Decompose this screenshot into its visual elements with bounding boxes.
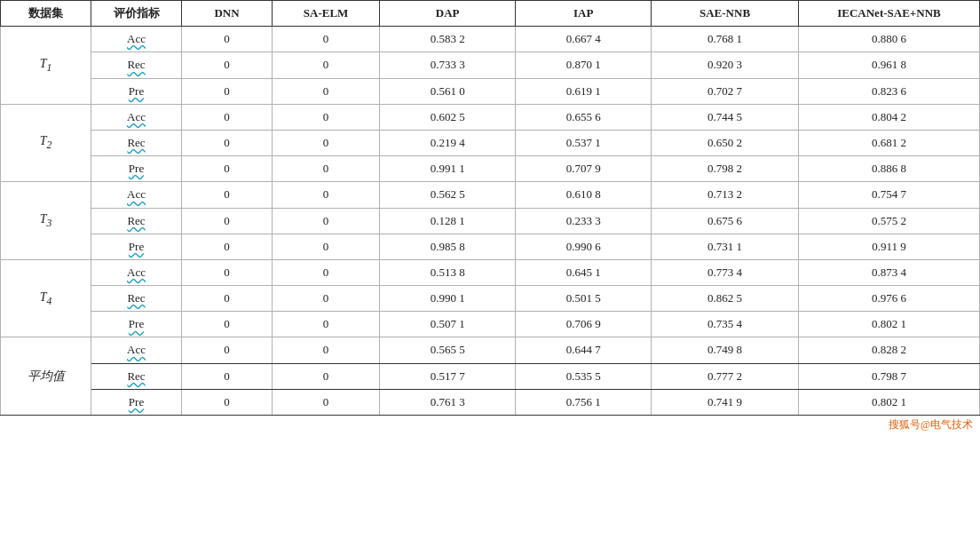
- iap-cell: 0.645 1: [516, 259, 652, 285]
- dnn-cell: 0: [182, 337, 273, 363]
- saennb-cell: 0.862 5: [652, 286, 799, 312]
- saennb-cell: 0.744 5: [652, 104, 799, 130]
- dnn-cell: 0: [182, 312, 273, 337]
- saelm-cell: 0: [273, 286, 380, 312]
- dap-cell: 0.219 4: [380, 130, 516, 155]
- table-row: T1Acc000.583 20.667 40.768 10.880 6: [1, 27, 980, 52]
- saennb-cell: 0.650 2: [652, 130, 799, 155]
- iec-cell: 0.976 6: [798, 286, 979, 312]
- table-row: 平均值Acc000.565 50.644 70.749 80.828 2: [1, 337, 980, 363]
- metric-cell: Pre: [91, 389, 182, 415]
- dnn-cell: 0: [182, 156, 273, 182]
- table-row: Pre000.761 30.756 10.741 90.802 1: [1, 389, 980, 415]
- dap-cell: 0.513 8: [380, 259, 516, 285]
- metric-cell: Pre: [91, 156, 182, 182]
- metric-cell: Rec: [91, 208, 182, 234]
- metric-cell: Acc: [91, 259, 182, 285]
- saelm-cell: 0: [273, 78, 380, 104]
- iap-cell: 0.870 1: [516, 52, 652, 78]
- metric-cell: Rec: [91, 52, 182, 78]
- dap-cell: 0.733 3: [380, 52, 516, 78]
- iec-cell: 0.911 9: [798, 234, 979, 259]
- table-row: T4Acc000.513 80.645 10.773 40.873 4: [1, 259, 980, 285]
- iec-cell: 0.802 1: [798, 389, 979, 415]
- table-row: T3Acc000.562 50.610 80.713 20.754 7: [1, 182, 980, 208]
- header-iap: IAP: [516, 1, 652, 27]
- saelm-cell: 0: [273, 337, 380, 363]
- iec-cell: 0.823 6: [798, 78, 979, 104]
- iap-cell: 0.233 3: [516, 208, 652, 234]
- iec-cell: 0.873 4: [798, 259, 979, 285]
- data-table: 数据集 评价指标 DNN SA-ELM DAP IAP SAE-NNB IECA…: [0, 0, 980, 416]
- dataset-cell: 平均值: [1, 337, 91, 416]
- table-row: T2Acc000.602 50.655 60.744 50.804 2: [1, 104, 980, 130]
- saennb-cell: 0.731 1: [652, 234, 799, 259]
- iec-cell: 0.886 8: [798, 156, 979, 182]
- saelm-cell: 0: [273, 182, 380, 208]
- dap-cell: 0.991 1: [380, 156, 516, 182]
- saelm-cell: 0: [273, 363, 380, 389]
- table-row: Pre000.561 00.619 10.702 70.823 6: [1, 78, 980, 104]
- dnn-cell: 0: [182, 104, 273, 130]
- saelm-cell: 0: [273, 104, 380, 130]
- saelm-cell: 0: [273, 27, 380, 52]
- iec-cell: 0.754 7: [798, 182, 979, 208]
- saennb-cell: 0.675 6: [652, 208, 799, 234]
- dap-cell: 0.985 8: [380, 234, 516, 259]
- table-row: Pre000.985 80.990 60.731 10.911 9: [1, 234, 980, 259]
- iap-cell: 0.535 5: [516, 363, 652, 389]
- iec-cell: 0.802 1: [798, 312, 979, 337]
- dnn-cell: 0: [182, 286, 273, 312]
- saelm-cell: 0: [273, 312, 380, 337]
- metric-cell: Pre: [91, 234, 182, 259]
- saennb-cell: 0.713 2: [652, 182, 799, 208]
- dap-cell: 0.990 1: [380, 286, 516, 312]
- saennb-cell: 0.741 9: [652, 389, 799, 415]
- iap-cell: 0.619 1: [516, 78, 652, 104]
- dnn-cell: 0: [182, 389, 273, 415]
- iec-cell: 0.828 2: [798, 337, 979, 363]
- saelm-cell: 0: [273, 52, 380, 78]
- iap-cell: 0.644 7: [516, 337, 652, 363]
- iec-cell: 0.681 2: [798, 130, 979, 155]
- dap-cell: 0.517 7: [380, 363, 516, 389]
- dap-cell: 0.761 3: [380, 389, 516, 415]
- saennb-cell: 0.920 3: [652, 52, 799, 78]
- dataset-cell: T1: [1, 27, 91, 105]
- saelm-cell: 0: [273, 259, 380, 285]
- dap-cell: 0.562 5: [380, 182, 516, 208]
- dnn-cell: 0: [182, 52, 273, 78]
- saelm-cell: 0: [273, 156, 380, 182]
- dnn-cell: 0: [182, 27, 273, 52]
- dnn-cell: 0: [182, 259, 273, 285]
- header-dap: DAP: [380, 1, 516, 27]
- table-wrapper: 数据集 评价指标 DNN SA-ELM DAP IAP SAE-NNB IECA…: [0, 0, 980, 434]
- metric-cell: Rec: [91, 363, 182, 389]
- header-saelm: SA-ELM: [273, 1, 380, 27]
- table-row: Rec000.128 10.233 30.675 60.575 2: [1, 208, 980, 234]
- iap-cell: 0.990 6: [516, 234, 652, 259]
- dap-cell: 0.128 1: [380, 208, 516, 234]
- saelm-cell: 0: [273, 234, 380, 259]
- dnn-cell: 0: [182, 208, 273, 234]
- iap-cell: 0.655 6: [516, 104, 652, 130]
- iap-cell: 0.610 8: [516, 182, 652, 208]
- iap-cell: 0.537 1: [516, 130, 652, 155]
- table-body: T1Acc000.583 20.667 40.768 10.880 6Rec00…: [1, 27, 980, 416]
- table-row: Rec000.990 10.501 50.862 50.976 6: [1, 286, 980, 312]
- dataset-cell: T2: [1, 104, 91, 182]
- metric-cell: Acc: [91, 104, 182, 130]
- saelm-cell: 0: [273, 208, 380, 234]
- dataset-cell: T4: [1, 259, 91, 337]
- iap-cell: 0.501 5: [516, 286, 652, 312]
- dnn-cell: 0: [182, 182, 273, 208]
- table-row: Rec000.219 40.537 10.650 20.681 2: [1, 130, 980, 155]
- dataset-cell: T3: [1, 182, 91, 260]
- table-row: Pre000.991 10.707 90.798 20.886 8: [1, 156, 980, 182]
- header-saennb: SAE-NNB: [652, 1, 799, 27]
- table-row: Rec000.517 70.535 50.777 20.798 7: [1, 363, 980, 389]
- header-iec: IECANet-SAE+NNB: [798, 1, 979, 27]
- iap-cell: 0.707 9: [516, 156, 652, 182]
- saelm-cell: 0: [273, 130, 380, 155]
- metric-cell: Rec: [91, 286, 182, 312]
